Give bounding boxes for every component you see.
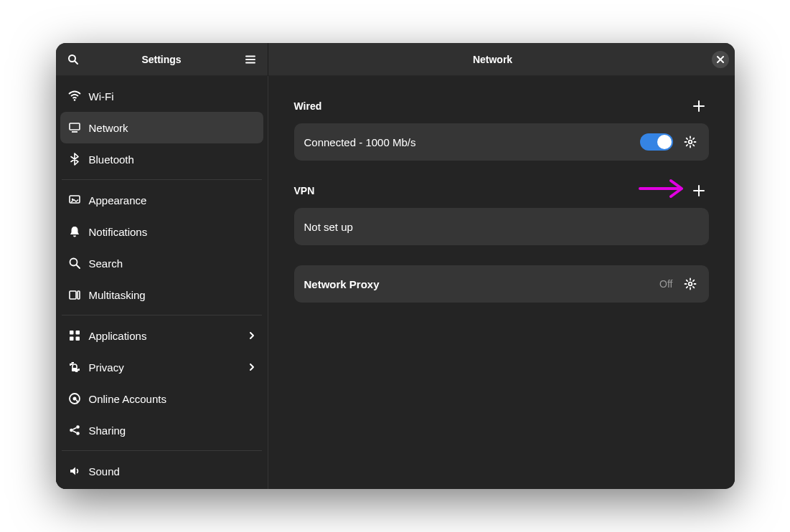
close-icon (717, 56, 724, 63)
multitasking-icon (67, 288, 82, 302)
sidebar-item-sound[interactable]: Sound (60, 455, 263, 487)
search-icon (67, 54, 79, 65)
svg-point-25 (76, 432, 80, 435)
gear-icon (684, 136, 697, 148)
svg-line-13 (76, 265, 80, 269)
svg-line-1 (75, 61, 77, 64)
wifi-icon (67, 89, 82, 103)
sidebar-item-label: Bluetooth (89, 153, 256, 166)
sidebar-item-label: Appearance (89, 194, 256, 206)
sidebar-item-label: Notifications (89, 226, 256, 238)
main-panel: Wired Connected - 1000 Mb/s (268, 76, 735, 489)
svg-rect-18 (70, 337, 74, 341)
sidebar: Wi-Fi Network Bluetooth Appearance (56, 76, 268, 489)
svg-rect-16 (70, 331, 74, 335)
wired-status: Connected - 1000 Mb/s (304, 136, 640, 148)
content: Wi-Fi Network Bluetooth Appearance (56, 76, 735, 489)
svg-line-26 (72, 428, 76, 430)
appearance-icon (67, 193, 82, 207)
wired-settings-button[interactable] (682, 133, 699, 151)
sound-icon (67, 464, 82, 478)
sidebar-item-appearance[interactable]: Appearance (60, 184, 263, 216)
vpn-row: Not set up (294, 208, 709, 245)
add-wired-button[interactable] (689, 96, 709, 116)
svg-rect-17 (75, 331, 80, 335)
wired-title: Wired (294, 100, 322, 112)
proxy-settings-button[interactable] (682, 275, 699, 293)
sidebar-item-label: Online Accounts (89, 393, 256, 405)
search-button[interactable] (62, 48, 85, 71)
titlebar: Settings Network (56, 43, 735, 76)
main-title: Network (274, 54, 712, 65)
vpn-section-header: VPN (294, 181, 709, 201)
svg-rect-20 (72, 368, 77, 371)
svg-rect-14 (70, 291, 76, 299)
svg-line-27 (72, 431, 76, 433)
sharing-icon (67, 423, 82, 437)
svg-rect-8 (70, 123, 80, 130)
sidebar-item-label: Wi-Fi (89, 90, 256, 103)
plus-icon (692, 184, 705, 197)
chevron-right-icon (248, 331, 256, 340)
titlebar-main: Network (268, 43, 735, 76)
svg-point-23 (70, 429, 73, 432)
network-icon (67, 120, 82, 135)
network-proxy-row[interactable]: Network Proxy Off (294, 265, 709, 303)
sidebar-item-applications[interactable]: Applications (60, 320, 263, 351)
vpn-title: VPN (294, 185, 315, 196)
sidebar-item-wifi[interactable]: Wi-Fi (60, 80, 263, 112)
sidebar-item-bluetooth[interactable]: Bluetooth (60, 143, 263, 175)
titlebar-sidebar: Settings (56, 43, 268, 76)
privacy-icon (67, 360, 82, 374)
applications-icon (67, 328, 82, 343)
wired-toggle[interactable] (640, 133, 673, 151)
bluetooth-icon (67, 152, 82, 166)
plus-icon (692, 100, 705, 113)
sidebar-item-online-accounts[interactable]: Online Accounts (60, 383, 263, 414)
menu-button[interactable] (239, 48, 262, 71)
sidebar-item-label: Applications (89, 330, 248, 342)
svg-rect-15 (77, 291, 80, 299)
notifications-icon (67, 224, 82, 239)
sidebar-item-multitasking[interactable]: Multitasking (60, 279, 263, 310)
sidebar-item-label: Sound (89, 465, 256, 478)
search-icon (67, 256, 82, 270)
online-accounts-icon (67, 391, 82, 406)
hamburger-icon (245, 54, 256, 65)
sidebar-item-label: Network (89, 122, 256, 134)
svg-point-34 (688, 282, 692, 286)
chevron-right-icon (248, 363, 256, 371)
svg-rect-9 (72, 131, 77, 133)
close-button[interactable] (712, 51, 729, 68)
sidebar-item-privacy[interactable]: Privacy (60, 351, 263, 383)
vpn-status: Not set up (304, 221, 699, 233)
sidebar-item-search[interactable]: Search (60, 247, 263, 279)
svg-rect-19 (75, 337, 80, 341)
wired-connection-row[interactable]: Connected - 1000 Mb/s (294, 123, 709, 161)
svg-point-24 (76, 425, 80, 429)
proxy-status: Off (659, 278, 672, 290)
svg-point-7 (73, 99, 75, 101)
sidebar-separator (62, 450, 262, 451)
sidebar-item-network[interactable]: Network (60, 112, 263, 143)
sidebar-item-sharing[interactable]: Sharing (60, 414, 263, 446)
add-vpn-button[interactable] (689, 181, 709, 201)
svg-point-22 (72, 397, 76, 401)
settings-window: Settings Network Wi-Fi (56, 43, 735, 489)
wired-section-header: Wired (294, 96, 709, 116)
sidebar-separator (62, 179, 262, 180)
sidebar-item-label: Sharing (89, 424, 256, 437)
sidebar-separator (62, 315, 262, 315)
sidebar-title: Settings (85, 54, 239, 65)
vpn-section: VPN Not set up (294, 181, 709, 245)
sidebar-item-notifications[interactable]: Notifications (60, 216, 263, 247)
sidebar-item-label: Multitasking (89, 289, 256, 301)
proxy-label: Network Proxy (304, 278, 660, 290)
svg-point-30 (688, 141, 692, 144)
gear-icon (684, 277, 697, 290)
sidebar-item-label: Search (89, 257, 256, 270)
sidebar-item-label: Privacy (89, 361, 248, 374)
